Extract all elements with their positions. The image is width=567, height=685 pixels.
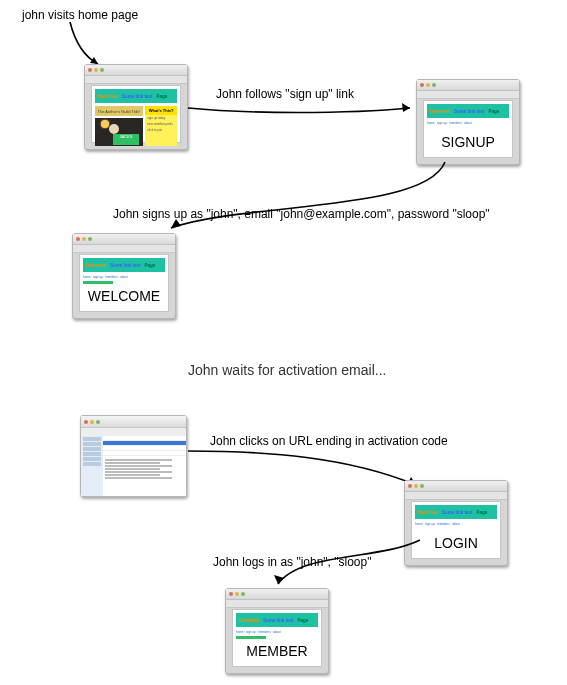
nav-links: home · sign up · members · about <box>415 522 497 526</box>
arrow-home-to-signup <box>188 100 418 140</box>
zoom-icon <box>241 592 245 596</box>
window-titlebar <box>226 589 328 600</box>
minimize-icon <box>90 420 94 424</box>
nav-links: home · sign up · members · about <box>236 630 318 634</box>
sticky-line: click to join <box>145 127 177 133</box>
window-titlebar <box>73 234 175 245</box>
screen-email-client <box>80 415 187 497</box>
screen-title: MEMBER <box>226 643 328 659</box>
close-icon <box>420 83 424 87</box>
nav-links: home · sign up · members · about <box>427 121 509 125</box>
window-titlebar <box>85 65 187 76</box>
mail-body <box>103 456 186 496</box>
caption-step-4: John logs in as "john", "sloop" <box>213 555 371 569</box>
sticky-note: What's This? sign up today new member pe… <box>145 106 177 146</box>
banner-word-1: Overview <box>98 94 118 99</box>
screen-member: Overview Some link text Page home · sign… <box>225 588 329 674</box>
zoom-icon <box>100 68 104 72</box>
minimize-icon <box>414 484 418 488</box>
close-icon <box>229 592 233 596</box>
arrow-mail-to-login <box>188 445 428 505</box>
browser-toolbar <box>417 91 519 99</box>
mail-message-list <box>103 436 186 457</box>
minimize-icon <box>94 68 98 72</box>
zoom-icon <box>420 484 424 488</box>
browser-toolbar <box>405 492 507 500</box>
zoom-icon <box>88 237 92 241</box>
browser-toolbar <box>85 76 187 84</box>
site-banner: Overview Some link text Page <box>415 505 497 519</box>
caption-intermission: John waits for activation email... <box>188 362 386 378</box>
mail-sidebar <box>81 436 104 496</box>
zoom-icon <box>96 420 100 424</box>
screen-title: WELCOME <box>73 288 175 304</box>
window-titlebar <box>417 80 519 91</box>
zoom-icon <box>432 83 436 87</box>
screen-welcome: Overview Some link text Page home · sign… <box>72 233 176 319</box>
screen-signup: Overview Some link text Page home · sign… <box>416 79 520 165</box>
minimize-icon <box>235 592 239 596</box>
browser-toolbar <box>73 245 175 253</box>
screen-home: Overview Some link text Page The Author'… <box>84 64 188 150</box>
close-icon <box>76 237 80 241</box>
minimize-icon <box>82 237 86 241</box>
site-banner: Overview Some link text Page <box>236 613 318 627</box>
close-icon <box>408 484 412 488</box>
caption-visits-home: john visits home page <box>22 8 138 22</box>
flow-diagram-canvas: john visits home page Overview Some link… <box>0 0 567 685</box>
hero-strip: The Author's Guild Title! <box>95 106 143 116</box>
sign-text: JACKS <box>113 134 139 145</box>
screen-title: LOGIN <box>405 535 507 551</box>
browser-toolbar <box>226 600 328 608</box>
close-icon <box>84 420 88 424</box>
minimize-icon <box>426 83 430 87</box>
face-icon <box>109 124 119 134</box>
window-titlebar <box>81 416 186 428</box>
caption-step-2: John signs up as "john", email "john@exa… <box>113 207 490 221</box>
lamp-icon <box>101 120 109 128</box>
caption-step-1: John follows "sign up" link <box>216 87 354 101</box>
sticky-head: What's This? <box>145 106 177 115</box>
site-banner: Overview Some link text Page <box>83 258 165 272</box>
banner-word-2: Some link text <box>122 94 153 99</box>
window-titlebar <box>405 481 507 492</box>
accent-bar <box>236 636 266 639</box>
arrow-signup-to-welcome <box>165 162 465 242</box>
site-banner: Overview Some link text Page <box>427 104 509 118</box>
banner-word-3: Page <box>157 94 168 99</box>
nav-links: home · sign up · members · about <box>83 275 165 279</box>
screen-login: Overview Some link text Page home · sign… <box>404 480 508 566</box>
hero-photo: JACKS <box>95 118 143 146</box>
page-content: Overview Some link text Page The Author'… <box>91 85 181 143</box>
accent-bar <box>83 281 113 284</box>
caption-step-3: John clicks on URL ending in activation … <box>210 434 448 448</box>
close-icon <box>88 68 92 72</box>
screen-title: SIGNUP <box>417 134 519 150</box>
site-banner: Overview Some link text Page <box>95 89 177 103</box>
